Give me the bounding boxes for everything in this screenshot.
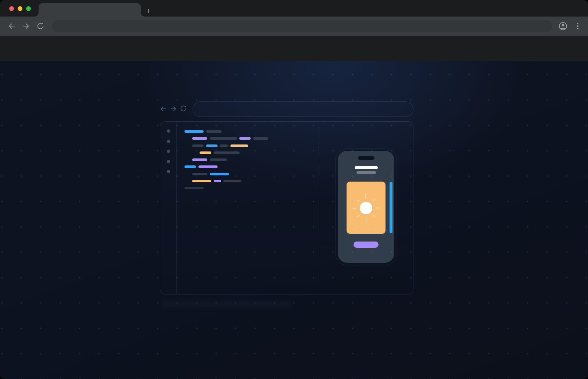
sun-ray xyxy=(352,208,357,208)
code-line xyxy=(200,151,319,154)
code-token-orange xyxy=(200,151,211,154)
code-line xyxy=(192,158,319,161)
phone-scrollbar xyxy=(390,182,392,233)
plus-icon: + xyxy=(146,7,151,15)
browser-tab-active[interactable] xyxy=(39,3,141,17)
gutter-dot xyxy=(167,170,170,173)
reload-icon xyxy=(179,104,187,112)
browser-window: + xyxy=(0,0,588,379)
illustration-url-bar xyxy=(193,101,413,117)
gutter-dot xyxy=(167,129,170,133)
sun-ray xyxy=(357,199,360,202)
reload-button[interactable] xyxy=(36,22,45,31)
sun-ray xyxy=(372,214,375,217)
code-token-gray xyxy=(223,180,241,182)
code-line xyxy=(184,165,319,168)
chrome-substrip xyxy=(0,36,588,61)
code-token-gray xyxy=(253,137,268,140)
code-token-gray xyxy=(220,144,228,147)
phone-cta-button xyxy=(354,242,379,248)
phone-title-bar xyxy=(355,166,378,169)
code-token-gray xyxy=(206,130,222,133)
traffic-light-minimize[interactable] xyxy=(18,6,22,11)
code-token-blue xyxy=(210,173,229,175)
gutter-dot xyxy=(167,160,170,163)
code-line xyxy=(192,180,319,182)
illustration-reload-button xyxy=(179,104,187,112)
code-token-gray xyxy=(210,158,227,161)
phone-mockup xyxy=(338,151,394,263)
menu-button[interactable] xyxy=(574,22,581,31)
back-button[interactable] xyxy=(7,22,16,31)
kebab-dot xyxy=(577,28,578,29)
code-token-gray xyxy=(210,137,237,140)
gutter-dot xyxy=(167,150,170,153)
illustration-forward-button xyxy=(169,105,178,113)
back-arrow-icon xyxy=(159,105,167,113)
code-token-purple xyxy=(214,180,221,182)
profile-button[interactable] xyxy=(558,21,568,31)
code-line xyxy=(184,130,319,133)
traffic-light-close[interactable] xyxy=(9,6,14,11)
sun-ray xyxy=(357,214,359,217)
illustration-back-button xyxy=(159,105,167,113)
url-bar[interactable] xyxy=(52,20,552,32)
sun-ray xyxy=(372,199,375,201)
code-skeleton xyxy=(177,122,319,294)
code-token-orange xyxy=(192,180,211,182)
editor-gutter xyxy=(160,122,177,294)
phone-hero-image xyxy=(347,182,386,234)
traffic-light-zoom[interactable] xyxy=(26,6,31,11)
kebab-dot xyxy=(577,25,578,27)
browser-toolbar xyxy=(0,17,588,36)
code-token-blue xyxy=(184,165,196,168)
code-token-purple xyxy=(192,137,207,140)
code-line xyxy=(184,187,319,189)
panel-reflection xyxy=(160,301,292,307)
sun-ray xyxy=(366,193,366,199)
code-token-blue xyxy=(206,144,218,147)
phone-subtitle-bar xyxy=(356,171,376,174)
back-arrow-icon xyxy=(7,22,16,31)
sun-ray xyxy=(375,208,380,208)
code-token-gray xyxy=(192,173,207,175)
profile-icon xyxy=(558,21,568,31)
reload-icon xyxy=(36,22,45,31)
sun-core xyxy=(360,202,372,214)
code-token-purple xyxy=(198,165,218,168)
page-content xyxy=(0,61,588,379)
forward-button[interactable] xyxy=(22,22,31,31)
phone-notch xyxy=(358,156,374,160)
kebab-dot xyxy=(577,23,578,25)
code-line xyxy=(192,137,319,140)
gutter-dot xyxy=(167,140,170,143)
forward-arrow-icon xyxy=(169,105,178,113)
tab-strip: + xyxy=(0,0,588,17)
traffic-lights xyxy=(9,6,31,11)
code-token-purple xyxy=(239,137,251,140)
code-token-gray-faded xyxy=(184,187,204,189)
new-tab-button[interactable]: + xyxy=(144,6,153,15)
forward-arrow-icon xyxy=(22,22,31,31)
sun-ray xyxy=(366,217,366,222)
code-token-gray xyxy=(214,151,240,154)
code-token-orange xyxy=(230,144,248,147)
code-line xyxy=(192,144,319,147)
code-token-purple xyxy=(192,158,207,161)
code-token-blue xyxy=(184,130,204,133)
code-line xyxy=(192,173,319,175)
code-token-gray xyxy=(192,144,204,147)
